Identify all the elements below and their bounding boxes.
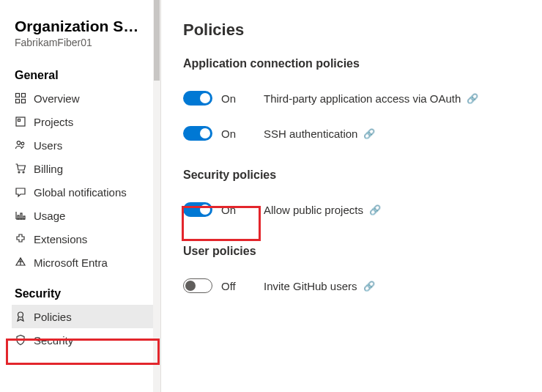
svg-point-13 xyxy=(18,312,23,317)
link-icon[interactable]: 🔗 xyxy=(363,281,375,292)
sidebar-item-overview[interactable]: Overview xyxy=(12,86,160,110)
nav-label: Projects xyxy=(34,116,73,128)
nav-label: Policies xyxy=(34,311,72,323)
policy-row-oauth: On Third-party application access via OA… xyxy=(183,81,535,116)
cart-icon xyxy=(15,163,26,174)
svg-rect-5 xyxy=(18,119,21,122)
extension-icon xyxy=(15,233,26,245)
svg-rect-1 xyxy=(22,94,26,97)
toggle-public-projects[interactable] xyxy=(183,202,212,217)
group-heading-app-connection: Application connection policies xyxy=(183,57,535,70)
link-icon[interactable]: 🔗 xyxy=(467,93,478,104)
sidebar-item-security[interactable]: Security xyxy=(12,328,160,352)
toggle-state: On xyxy=(221,92,236,105)
svg-point-8 xyxy=(18,171,20,173)
policy-row-invite-github: Off Invite GitHub users 🔗 xyxy=(183,268,535,303)
shield-icon xyxy=(15,334,26,346)
nav-label: Users xyxy=(34,139,62,152)
policy-label: Invite GitHub users xyxy=(264,280,357,292)
sidebar-item-usage[interactable]: Usage xyxy=(12,204,160,227)
org-name: FabrikamFiber01 xyxy=(15,37,160,48)
svg-rect-10 xyxy=(18,215,19,219)
policy-label: Allow public projects xyxy=(264,204,363,216)
nav-label: Extensions xyxy=(34,233,87,245)
sidebar: Organization S… FabrikamFiber01 General … xyxy=(0,0,161,392)
grid-icon xyxy=(15,92,26,104)
policy-label: SSH authentication xyxy=(264,127,357,140)
entra-icon xyxy=(15,256,26,268)
policy-label: Third-party application access via OAuth xyxy=(264,92,461,105)
link-icon[interactable]: 🔗 xyxy=(363,128,375,139)
main-content: Policies Application connection policies… xyxy=(161,0,542,392)
users-icon xyxy=(15,139,26,151)
nav-label: Microsoft Entra xyxy=(34,256,108,269)
sidebar-item-users[interactable]: Users xyxy=(12,133,160,157)
svg-rect-12 xyxy=(23,216,25,219)
toggle-oauth[interactable] xyxy=(183,91,212,106)
chart-icon xyxy=(15,210,26,221)
svg-point-9 xyxy=(23,171,24,173)
toggle-invite-github[interactable] xyxy=(183,278,212,293)
page-title: Policies xyxy=(183,21,535,40)
scrollbar-thumb[interactable] xyxy=(154,0,160,81)
chat-icon xyxy=(15,186,26,198)
svg-point-6 xyxy=(17,141,21,145)
nav-label: Security xyxy=(34,334,73,347)
policy-row-ssh: On SSH authentication 🔗 xyxy=(183,116,535,151)
nav-label: Overview xyxy=(34,92,80,105)
section-heading-security: Security xyxy=(15,287,160,300)
toggle-ssh[interactable] xyxy=(183,126,212,141)
nav-label: Usage xyxy=(34,210,65,222)
group-heading-security-policies: Security policies xyxy=(183,169,535,182)
section-heading-general: General xyxy=(15,69,160,82)
sidebar-item-policies[interactable]: Policies xyxy=(12,305,160,328)
toggle-state: On xyxy=(221,127,236,140)
sidebar-item-billing[interactable]: Billing xyxy=(12,157,160,180)
svg-point-7 xyxy=(21,142,24,145)
project-icon xyxy=(15,116,26,127)
svg-rect-3 xyxy=(22,100,26,103)
sidebar-item-global-notifications[interactable]: Global notifications xyxy=(12,180,160,204)
policy-row-public-projects: On Allow public projects 🔗 xyxy=(183,192,535,227)
sidebar-item-microsoft-entra[interactable]: Microsoft Entra xyxy=(12,251,160,274)
toggle-state: On xyxy=(221,204,236,216)
svg-rect-11 xyxy=(21,213,22,219)
sidebar-item-extensions[interactable]: Extensions xyxy=(12,227,160,251)
group-heading-user-policies: User policies xyxy=(183,245,535,258)
nav-label: Billing xyxy=(34,163,63,175)
nav-label: Global notifications xyxy=(34,186,127,199)
svg-rect-0 xyxy=(16,94,20,97)
sidebar-item-projects[interactable]: Projects xyxy=(12,110,160,133)
toggle-state: Off xyxy=(221,280,236,292)
link-icon[interactable]: 🔗 xyxy=(369,204,381,215)
badge-icon xyxy=(15,311,26,322)
svg-rect-2 xyxy=(16,100,20,103)
sidebar-scrollbar[interactable] xyxy=(153,0,160,392)
org-settings-title: Organization S… xyxy=(15,18,160,35)
